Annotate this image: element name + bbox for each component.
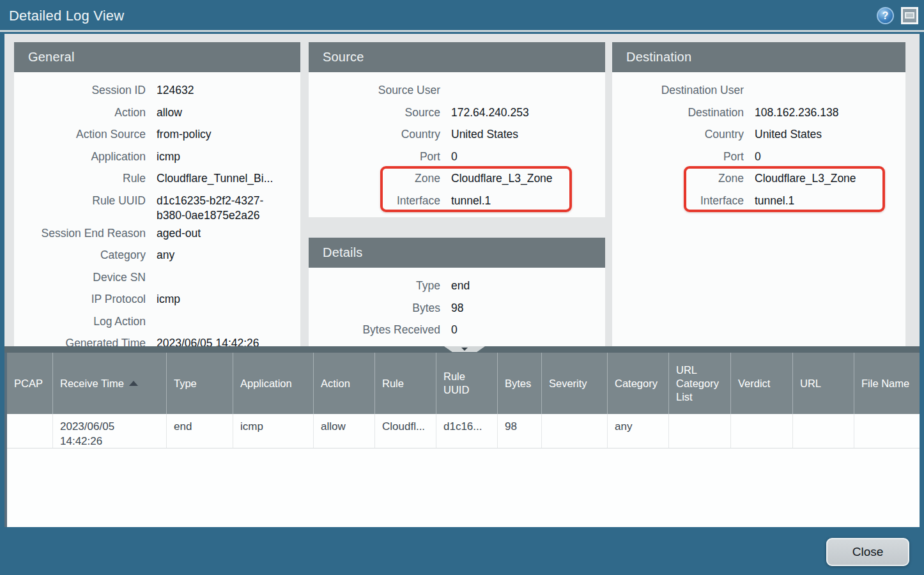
help-icon[interactable]: ?: [877, 7, 894, 24]
field-row-zone: ZoneCloudflare_L3_Zone: [309, 168, 605, 190]
field-label: Port: [612, 150, 744, 169]
field-row-country: CountryUnited States: [612, 124, 905, 146]
panel-source-body: Source UserSource172.64.240.253CountryUn…: [309, 72, 605, 212]
column-header-type[interactable]: Type: [167, 353, 233, 414]
panel-general-body: Session ID124632ActionallowAction Source…: [14, 72, 300, 346]
panel-destination-body: Destination UserDestination108.162.236.1…: [612, 72, 905, 212]
column-header-label: File Name: [861, 377, 909, 390]
field-row-session-id: Session ID124632: [14, 80, 300, 102]
table-cell: [731, 414, 793, 448]
column-header-application[interactable]: Application: [233, 353, 314, 414]
panel-details-title: Details: [309, 238, 605, 268]
field-row-device-sn: Device SN: [14, 267, 300, 289]
field-label: Generated Time: [14, 336, 146, 346]
field-value: United States: [451, 127, 605, 146]
panel-destination: DestinationDestination UserDestination10…: [612, 42, 905, 346]
column-header-label: Category: [615, 377, 658, 390]
field-value: [755, 83, 905, 102]
field-row-port: Port0: [309, 146, 605, 169]
field-value: [451, 83, 605, 102]
column-header-rule-uuid[interactable]: Rule UUID: [436, 353, 498, 414]
field-label: Interface: [309, 194, 440, 213]
field-label: Destination: [612, 105, 744, 125]
field-label: Session End Reason: [14, 226, 146, 245]
field-row-action-source: Action Sourcefrom-policy: [14, 124, 300, 146]
column-header-action[interactable]: Action: [314, 353, 375, 414]
field-value: 172.64.240.253: [451, 105, 605, 125]
table-cell: 98: [498, 414, 542, 448]
field-row-country: CountryUnited States: [309, 124, 605, 146]
column-header-file-name[interactable]: File Name: [854, 353, 920, 414]
field-value: icmp: [157, 292, 300, 311]
dialog-titlebar: Detailed Log View ?: [0, 0, 924, 32]
splitter-collapse-handle[interactable]: [444, 346, 485, 352]
field-row-type: Typeend: [309, 275, 605, 298]
field-row-bytes-received: Bytes Received0: [309, 319, 605, 342]
column-header-label: Type: [174, 377, 197, 390]
column-header-category[interactable]: Category: [608, 353, 669, 414]
table-cell: allow: [314, 414, 375, 448]
field-label: Session ID: [14, 83, 146, 102]
table-row[interactable]: 2023/06/05 14:42:26endicmpallowCloudfl..…: [7, 414, 920, 448]
table-header-row: PCAPReceive TimeTypeApplicationActionRul…: [7, 353, 920, 414]
column-header-label: Severity: [549, 377, 587, 390]
column-header-label: Receive Time: [60, 377, 124, 390]
field-label: Interface: [612, 194, 744, 213]
field-value: 2023/06/05 14:42:26: [157, 336, 300, 346]
field-row-port: Port0: [612, 146, 905, 169]
column-header-verdict[interactable]: Verdict: [731, 353, 793, 414]
field-row-source-user: Source User: [309, 80, 605, 102]
close-button[interactable]: Close: [826, 538, 909, 566]
column-header-rule[interactable]: Rule: [375, 353, 436, 414]
field-value: tunnel.1: [755, 194, 905, 213]
field-value: from-policy: [157, 127, 300, 146]
table-cell: d1c16...: [436, 414, 498, 448]
field-label: Application: [14, 150, 146, 169]
table-cell: 2023/06/05 14:42:26: [53, 414, 167, 448]
column-header-bytes[interactable]: Bytes: [498, 353, 542, 414]
column-header-url[interactable]: URL: [793, 353, 854, 414]
field-label: Log Action: [14, 314, 146, 334]
field-value: d1c16235-b2f2-4327-b380-0ae1875e2a26: [157, 194, 300, 223]
sort-ascending-icon: [129, 381, 138, 386]
column-header-severity[interactable]: Severity: [542, 353, 608, 414]
field-row-category: Categoryany: [14, 245, 300, 267]
column-header-label: Verdict: [738, 377, 770, 390]
log-detail-panels-area: GeneralSession ID124632ActionallowAction…: [4, 34, 920, 346]
field-label: Country: [612, 127, 744, 146]
field-value: Cloudflare_L3_Zone: [451, 171, 605, 190]
field-label: Rule UUID: [14, 194, 146, 223]
field-label: IP Protocol: [14, 292, 146, 311]
field-row-source: Source172.64.240.253: [309, 102, 605, 125]
field-value: 0: [451, 150, 605, 169]
field-label: Destination User: [612, 83, 744, 102]
field-label: Source User: [309, 83, 440, 102]
table-cell: [542, 414, 608, 448]
dialog-footer: Close: [0, 527, 924, 575]
field-row-interface: Interfacetunnel.1: [612, 190, 905, 213]
field-value: 124632: [157, 83, 300, 102]
field-label: Zone: [612, 171, 744, 190]
table-cell: [669, 414, 731, 448]
field-value: [157, 314, 300, 334]
window-restore-icon[interactable]: [901, 7, 918, 24]
field-value: [157, 270, 300, 289]
field-label: Action Source: [14, 127, 146, 146]
related-logs-table: PCAPReceive TimeTypeApplicationActionRul…: [4, 353, 920, 527]
panel-details: DetailsTypeendBytes98Bytes Received0: [309, 238, 605, 346]
window-restore-icon-inner: [905, 12, 914, 19]
field-label: Port: [309, 150, 440, 169]
field-row-bytes: Bytes98: [309, 298, 605, 320]
field-label: Action: [14, 105, 146, 125]
field-label: Bytes Received: [309, 323, 440, 342]
table-cell: icmp: [233, 414, 314, 448]
column-header-pcap[interactable]: PCAP: [7, 353, 53, 414]
field-value: United States: [755, 127, 905, 146]
field-value: tunnel.1: [451, 194, 605, 213]
field-value: 0: [755, 150, 905, 169]
field-label: Zone: [309, 171, 440, 190]
field-row-session-end-reason: Session End Reasonaged-out: [14, 223, 300, 245]
column-header-receive-time[interactable]: Receive Time: [53, 353, 167, 414]
field-row-destination: Destination108.162.236.138: [612, 102, 905, 125]
column-header-url-category-list[interactable]: URL Category List: [669, 353, 731, 414]
